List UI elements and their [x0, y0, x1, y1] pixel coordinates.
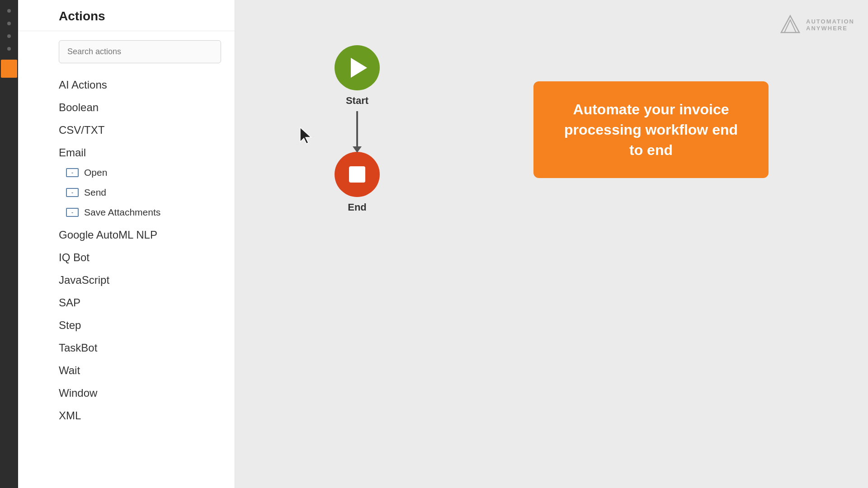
search-container — [18, 31, 235, 72]
left-sidebar-strip — [0, 0, 18, 488]
actions-title: Actions — [18, 0, 235, 31]
main-canvas: AUTOMATION ANYWHERE Start End Automate y… — [235, 0, 868, 488]
actions-panel: Actions AI Actions Boolean CSV/TXT Email… — [18, 0, 235, 488]
category-csv-txt[interactable]: CSV/TXT — [59, 117, 221, 140]
category-iq-bot[interactable]: IQ Bot — [59, 245, 221, 267]
nav-dot-4 — [7, 47, 11, 51]
category-xml[interactable]: XML — [59, 403, 221, 426]
workflow-diagram: Start End — [335, 45, 380, 213]
play-icon — [351, 58, 367, 78]
category-ai-actions[interactable]: AI Actions — [59, 72, 221, 95]
category-javascript[interactable]: JavaScript — [59, 267, 221, 290]
nav-dot-3 — [7, 34, 11, 38]
aa-logo-text: AUTOMATION ANYWHERE — [806, 18, 854, 32]
email-open-item[interactable]: Open — [59, 163, 221, 183]
mouse-cursor — [298, 127, 313, 146]
email-icon-send — [66, 188, 79, 197]
callout-box: Automate your invoice processing workflo… — [533, 81, 769, 178]
category-boolean[interactable]: Boolean — [59, 95, 221, 117]
nav-dot-2 — [7, 22, 11, 25]
email-icon-open — [66, 168, 79, 177]
start-node[interactable] — [335, 45, 380, 90]
search-input[interactable] — [59, 40, 221, 63]
aa-logo-icon — [779, 14, 802, 36]
workflow-arrow — [356, 111, 358, 147]
category-email[interactable]: Email — [59, 140, 221, 163]
stop-icon — [349, 166, 365, 183]
category-taskbot[interactable]: TaskBot — [59, 335, 221, 358]
end-node[interactable] — [335, 152, 380, 197]
category-wait[interactable]: Wait — [59, 358, 221, 380]
nav-dot-1 — [7, 9, 11, 13]
category-sap[interactable]: SAP — [59, 290, 221, 313]
start-label: Start — [346, 95, 368, 107]
end-label: End — [348, 202, 367, 213]
email-save-attachments-item[interactable]: Save Attachments — [59, 202, 221, 222]
email-icon-save-attachments — [66, 208, 79, 217]
category-google-automl[interactable]: Google AutoML NLP — [59, 222, 221, 245]
aa-logo: AUTOMATION ANYWHERE — [779, 14, 854, 36]
category-step[interactable]: Step — [59, 313, 221, 335]
nav-active-item[interactable] — [1, 60, 17, 78]
category-window[interactable]: Window — [59, 380, 221, 403]
actions-list: AI Actions Boolean CSV/TXT Email Open Se… — [18, 72, 235, 488]
email-send-item[interactable]: Send — [59, 183, 221, 202]
